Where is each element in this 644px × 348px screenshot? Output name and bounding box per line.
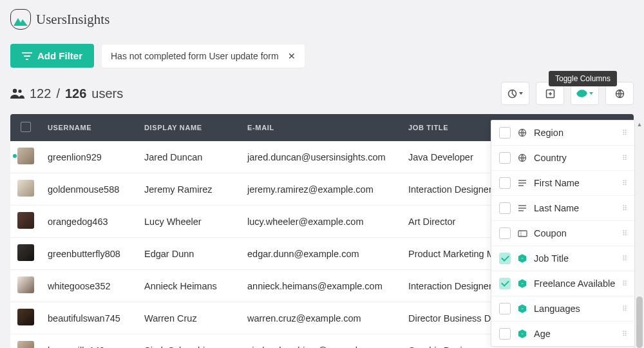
column-toggle-checkbox[interactable] xyxy=(499,202,511,214)
hex-icon xyxy=(517,279,527,288)
hex-icon xyxy=(517,254,527,263)
column-toggle-label: Last Name xyxy=(534,203,616,213)
column-toggle-label: Age xyxy=(534,329,616,339)
cell-email: lucy.wheeler@example.com xyxy=(241,206,402,238)
drag-handle-icon[interactable]: ⠿ xyxy=(622,255,627,263)
active-filter-chip[interactable]: Has not completed form User update form … xyxy=(102,44,305,68)
drag-handle-icon[interactable]: ⠿ xyxy=(622,154,627,162)
column-toggle-item[interactable]: Last Name⠿ xyxy=(491,196,634,221)
drag-handle-icon[interactable]: ⠿ xyxy=(622,204,627,213)
column-toggle-item[interactable]: Languages⠿ xyxy=(491,296,634,322)
svg-rect-14 xyxy=(521,258,524,259)
add-filter-button[interactable]: Add Filter xyxy=(10,44,94,68)
cell-username: whitegoose352 xyxy=(41,270,138,302)
column-toggle-checkbox[interactable] xyxy=(499,328,511,340)
avatar xyxy=(17,180,34,197)
column-toggle-checkbox[interactable] xyxy=(499,127,511,139)
ticket-icon xyxy=(517,230,527,237)
svg-marker-0 xyxy=(14,18,28,26)
column-toggle-checkbox[interactable] xyxy=(499,253,511,264)
cell-display-name: Jared Duncan xyxy=(138,141,241,173)
select-all-checkbox[interactable] xyxy=(21,122,31,132)
count-shown: 122 xyxy=(30,86,51,101)
drag-handle-icon[interactable]: ⠿ xyxy=(622,229,627,238)
svg-rect-20 xyxy=(521,333,524,334)
cell-email: annieck.heimans@example.com xyxy=(241,270,402,302)
scrollbar-track[interactable]: ▲ xyxy=(635,120,644,348)
cell-email: edgar.dunn@example.com xyxy=(241,238,402,270)
column-toggle-item[interactable]: Region⠿ xyxy=(491,121,634,146)
cell-username: beautifulswan745 xyxy=(41,302,138,334)
drag-handle-icon[interactable]: ⠿ xyxy=(622,280,627,288)
col-display-name[interactable]: DISPLAY NAME xyxy=(138,114,241,141)
cell-username: greenbutterfly808 xyxy=(41,238,138,270)
column-toggle-item[interactable]: Age⠿ xyxy=(491,322,634,346)
cell-display-name: Annieck Heimans xyxy=(138,270,241,302)
col-username[interactable]: USERNAME xyxy=(41,114,138,141)
svg-rect-16 xyxy=(521,283,524,284)
toggle-columns-tooltip: Toggle Columns xyxy=(549,71,617,86)
add-filter-label: Add Filter xyxy=(37,50,82,61)
cell-username: orangedog463 xyxy=(41,206,138,238)
users-icon xyxy=(10,88,24,99)
column-toggle-label: First Name xyxy=(534,178,616,188)
column-toggle-label: Languages xyxy=(534,304,616,314)
column-toggle-item[interactable]: First Name⠿ xyxy=(491,171,634,196)
globe-icon xyxy=(615,89,625,99)
cell-username: goldenmouse588 xyxy=(41,173,138,206)
scrollbar-thumb[interactable] xyxy=(636,296,643,348)
filter-toolbar: Add Filter Has not completed form User u… xyxy=(0,35,644,73)
svg-point-4 xyxy=(13,89,17,93)
brand-logo-mark xyxy=(10,9,31,30)
drag-handle-icon[interactable]: ⠿ xyxy=(622,330,627,338)
caret-down-icon xyxy=(519,92,523,95)
svg-point-8 xyxy=(581,92,583,95)
remove-filter-icon[interactable]: ✕ xyxy=(288,51,296,61)
drag-handle-icon[interactable]: ⠿ xyxy=(622,179,627,188)
user-count: 122 / 126 users xyxy=(10,86,123,101)
lines-icon xyxy=(517,179,527,187)
column-toggle-checkbox[interactable] xyxy=(499,227,511,239)
segments-button[interactable] xyxy=(501,82,529,105)
eye-icon xyxy=(576,90,587,97)
avatar xyxy=(17,148,34,164)
svg-point-5 xyxy=(18,90,21,93)
cell-display-name: Lucy Wheeler xyxy=(138,206,241,238)
svg-rect-1 xyxy=(22,52,32,53)
lines-icon xyxy=(517,204,527,212)
brand-name: UsersInsights xyxy=(36,12,109,28)
globe-icon xyxy=(517,153,527,162)
cell-email: warren.cruz@example.com xyxy=(241,302,402,334)
column-toggle-item[interactable]: Job Title⠿ xyxy=(491,246,634,271)
toggle-columns-dropdown[interactable]: Region⠿Country⠿First Name⠿Last Name⠿Coup… xyxy=(491,120,635,347)
column-toggle-checkbox[interactable] xyxy=(499,152,511,164)
cell-username: greenlion929 xyxy=(41,141,138,173)
column-toggle-item[interactable]: Country⠿ xyxy=(491,146,634,171)
scroll-up-icon[interactable]: ▲ xyxy=(635,120,644,129)
drag-handle-icon[interactable]: ⠿ xyxy=(622,129,627,137)
count-suffix: users xyxy=(91,86,123,101)
col-email[interactable]: E-MAIL xyxy=(241,114,402,141)
column-toggle-item[interactable]: Coupon⠿ xyxy=(491,221,634,246)
column-toggle-item[interactable]: Freelance Available⠿ xyxy=(491,271,634,296)
svg-rect-3 xyxy=(26,59,28,60)
cell-username: lazygorilla149 xyxy=(41,334,138,349)
column-toggle-checkbox[interactable] xyxy=(499,177,511,189)
svg-rect-18 xyxy=(521,308,524,309)
cell-display-name: Jeremy Ramirez xyxy=(138,173,241,206)
svg-rect-2 xyxy=(24,55,30,57)
brand-logo: UsersInsights xyxy=(0,0,644,35)
column-toggle-checkbox[interactable] xyxy=(499,278,511,289)
column-toggle-label: Coupon xyxy=(534,228,616,238)
svg-rect-12 xyxy=(518,231,527,237)
cell-display-name: Sierk Schuurbiers xyxy=(138,334,241,349)
globe-icon xyxy=(517,128,527,137)
cell-display-name: Warren Cruz xyxy=(138,302,241,334)
active-filter-text: Has not completed form User update form xyxy=(111,51,279,61)
cell-email: jeremy.ramirez@example.com xyxy=(241,173,402,206)
column-toggle-checkbox[interactable] xyxy=(499,303,511,314)
cell-email: sierk.schuurbiers@example.com xyxy=(241,334,402,349)
caret-down-icon xyxy=(589,92,593,95)
drag-handle-icon[interactable]: ⠿ xyxy=(622,305,627,313)
column-toggle-label: Region xyxy=(534,128,616,138)
